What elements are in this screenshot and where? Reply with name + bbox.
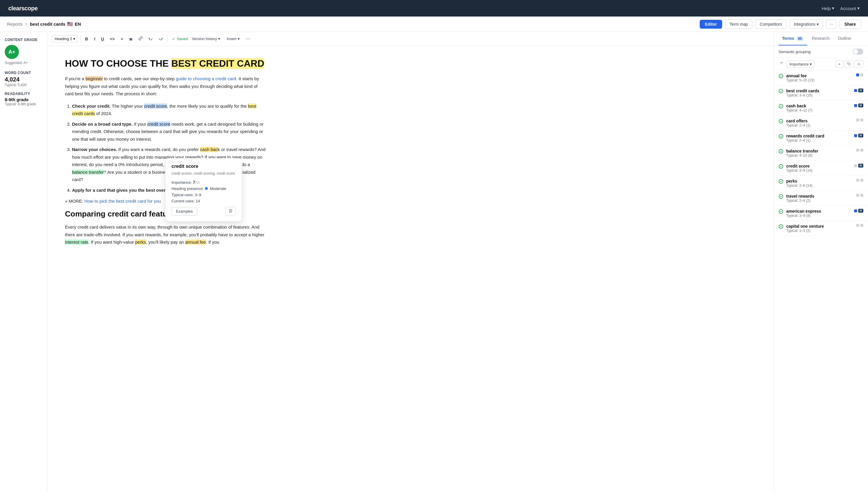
toolbar-more-button[interactable]: ··· [244, 34, 253, 43]
redo-button[interactable] [157, 35, 165, 43]
popup-typical-uses: Typical uses: 3–9 [171, 193, 236, 197]
term-badges: H [854, 133, 863, 138]
terms-list: annual feeTypical: 5–15 (13)best credit … [774, 71, 868, 492]
examples-button[interactable]: Examples [171, 207, 197, 216]
term-info: best credit cardsTypical: 3–9 (16) [786, 89, 851, 97]
flag-icon: 🇺🇸 [67, 21, 73, 27]
term-check-icon [778, 179, 783, 185]
integrations-button[interactable]: Integrations ▾ [790, 20, 823, 29]
term-name: credit score [786, 164, 851, 168]
editor-content[interactable]: HOW TO CHOOSE THE BEST CREDIT CARD If yo… [47, 46, 283, 492]
share-button[interactable]: Share [839, 20, 861, 29]
copy-button[interactable] [844, 60, 853, 68]
sort-row: Importance ▾ + [774, 58, 868, 71]
h-badge: H [858, 209, 863, 213]
heading-select[interactable]: Heading 2 ▾ [52, 35, 78, 43]
h-badge: H [858, 103, 863, 107]
competitors-button[interactable]: Competitors [755, 20, 786, 29]
bullet-list-button[interactable]: ≡ [119, 35, 125, 43]
term-typical: Typical: 2–4 (1) [786, 123, 853, 127]
doc-paragraph-1: If you're a beginner to credit cards, se… [65, 75, 266, 98]
term-popup: credit score credit scores, credit scori… [165, 158, 242, 222]
term-typical: Typical: 3–9 (16) [786, 93, 851, 97]
right-tabs: Terms 85 Research Outline [774, 32, 868, 46]
term-check-icon [778, 224, 783, 230]
reports-link[interactable]: Reports [7, 22, 23, 27]
guide-link[interactable]: guide to choosing a credit card [176, 76, 236, 81]
italic-button[interactable]: I [92, 35, 97, 43]
gray-h-badge [860, 224, 863, 227]
term-check-icon [778, 164, 783, 170]
download-button[interactable] [854, 60, 863, 68]
term-item[interactable]: capital one ventureTypical: 1–3 (2) [774, 221, 868, 236]
term-typical: Typical: 3–9 (9) [786, 214, 851, 218]
popup-variants: credit scores, credit scoring, credit sc… [171, 171, 236, 176]
editor-button[interactable]: Editor [700, 20, 722, 29]
code-button[interactable]: <> [108, 35, 117, 43]
doc-paragraph-2: Every credit card delivers value in its … [65, 223, 266, 246]
insert-button[interactable]: Insert ▾ [225, 35, 242, 42]
more-link[interactable]: How to pick the best credit card for you [85, 198, 161, 203]
term-info: cash backTypical: 4–12 (7) [786, 103, 851, 113]
tab-research[interactable]: Research [808, 32, 833, 45]
content-grade-label: Content grade [5, 38, 42, 42]
app-logo: clearscope [8, 5, 38, 12]
tab-terms[interactable]: Terms 85 [778, 32, 807, 45]
term-item[interactable]: american expressTypical: 3–9 (9)H [774, 206, 868, 221]
link-button[interactable] [136, 35, 145, 43]
blue-badge [854, 134, 857, 137]
h1-highlight: BEST CREDIT CARD [171, 58, 264, 69]
help-link[interactable]: Help ▾ [822, 6, 834, 11]
term-typical: Typical: 5–15 (13) [786, 78, 853, 82]
term-item[interactable]: balance transferTypical: 4–10 (8) [774, 146, 868, 161]
term-info: annual feeTypical: 5–15 (13) [786, 73, 853, 82]
chevron-down-icon: ▾ [858, 6, 860, 11]
term-typical: Typical: 2–4 (1) [786, 138, 851, 143]
version-history-button[interactable]: Version history ▾ [190, 35, 222, 42]
more-button[interactable]: ··· [826, 20, 837, 29]
sort-select[interactable]: Importance ▾ [787, 60, 815, 68]
toolbar-divider [80, 36, 80, 42]
breadcrumb: Reports > best credit cards 🇺🇸 EN [7, 21, 81, 27]
tab-outline[interactable]: Outline [834, 32, 854, 45]
term-map-button[interactable]: Term map [725, 20, 752, 29]
term-item[interactable]: travel rewardsTypical: 2–4 (2) [774, 191, 868, 206]
semantic-grouping-label: Semantic grouping [778, 50, 811, 54]
h-badge: H [858, 133, 863, 138]
semantic-grouping-toggle[interactable] [853, 49, 863, 54]
term-info: balance transferTypical: 4–10 (8) [786, 149, 853, 157]
sort-direction-button[interactable] [778, 60, 784, 68]
readability-label: Readability [5, 92, 42, 96]
term-item[interactable]: annual feeTypical: 5–15 (13) [774, 71, 868, 85]
term-info: perksTypical: 2–6 (14) [786, 179, 853, 188]
add-term-button[interactable]: + [836, 60, 843, 68]
term-item[interactable]: credit scoreTypical: 3–9 (14)H [774, 161, 868, 176]
blue-badge [854, 89, 857, 92]
popup-actions: Examples [171, 207, 236, 216]
term-badges [856, 179, 863, 182]
term-badges: H [854, 103, 863, 107]
top-nav-right: Help ▾ Account ▾ [822, 6, 860, 11]
term-item[interactable]: perksTypical: 2–6 (14) [774, 176, 868, 191]
left-sidebar: Content grade A+ Suggested: A+ Word coun… [0, 32, 47, 492]
term-check-icon [778, 89, 783, 95]
editor-toolbar: Heading 2 ▾ B I U <> ≡ ≣ ✓ Saved [47, 32, 774, 46]
account-link[interactable]: Account ▾ [840, 6, 860, 11]
credit-score-highlight-2: credit score [147, 122, 170, 126]
term-name: annual fee [786, 73, 853, 78]
term-item[interactable]: rewards credit cardTypical: 2–4 (1)H [774, 131, 868, 146]
term-item[interactable]: best credit cardsTypical: 3–9 (16)H [774, 85, 868, 101]
term-info: card offersTypical: 2–4 (1) [786, 119, 853, 127]
bold-button[interactable]: B [83, 35, 90, 43]
underline-button[interactable]: U [99, 35, 106, 43]
term-badges [856, 149, 863, 152]
term-item[interactable]: cash backTypical: 4–12 (7)H [774, 101, 868, 116]
gray-badge [856, 149, 859, 152]
delete-button[interactable] [225, 207, 236, 216]
gray-badge [856, 224, 859, 227]
ordered-list-button[interactable]: ≣ [127, 35, 135, 43]
term-item[interactable]: card offersTypical: 2–4 (1) [774, 116, 868, 131]
term-info: rewards credit cardTypical: 2–4 (1) [786, 133, 851, 143]
undo-button[interactable] [146, 35, 155, 43]
document-h1: HOW TO CHOOSE THE BEST CREDIT CARD [65, 58, 266, 69]
